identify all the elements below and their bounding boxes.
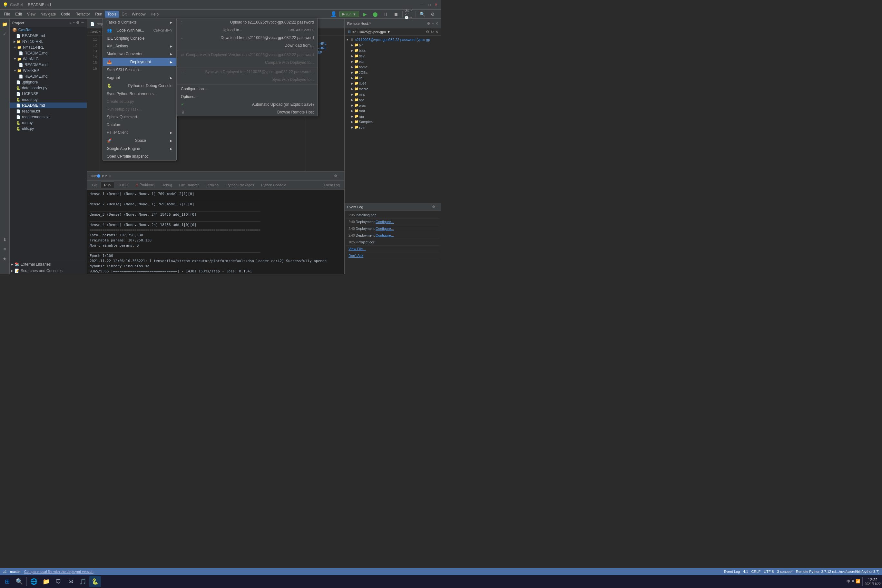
remote-folder-boot[interactable]: ▶ 📁 boot	[345, 48, 441, 53]
external-libraries[interactable]: ▶ 📚 External Libraries	[10, 261, 87, 268]
maximize-button[interactable]: □	[427, 2, 432, 8]
deploy-upload-to-server[interactable]: ↑ Upload to s2110025@vpcc-gpu032:22 pass…	[177, 18, 318, 26]
server-refresh[interactable]: ↻	[430, 30, 434, 34]
search-btn[interactable]: 🔍	[418, 10, 427, 19]
menu-datalore[interactable]: Datalore	[103, 121, 176, 129]
tree-nyt11-readme[interactable]: 📄 README.md	[10, 50, 87, 56]
remote-folder-dev[interactable]: ▶ 📁 dev	[345, 53, 441, 58]
tab-todo[interactable]: TODO	[115, 182, 132, 188]
menu-file[interactable]: File	[1, 10, 13, 18]
tab-run[interactable]: Run	[100, 182, 114, 188]
deploy-configuration[interactable]: Configuration...	[177, 85, 318, 93]
menu-git[interactable]: Git	[119, 10, 129, 18]
menu-navigate[interactable]: Navigate	[38, 10, 58, 18]
remote-folder-jobs[interactable]: ▶ 📁 JOBs	[345, 70, 441, 75]
remote-folder-opt[interactable]: ▶ 📁 opt	[345, 97, 441, 102]
menu-code[interactable]: Code	[58, 10, 73, 18]
tree-readme-selected[interactable]: 📄 README.md	[10, 102, 87, 108]
remote-folder-bin[interactable]: ▶ 📁 bin	[345, 42, 441, 48]
menu-sphinx[interactable]: Sphinx Quickstart	[103, 113, 176, 121]
menu-cprofile[interactable]: Open CProfile snapshot	[103, 153, 176, 160]
remote-folder-media[interactable]: ▶ 📁 media	[345, 86, 441, 92]
toolbar-btn-2[interactable]: ⬤	[371, 10, 380, 19]
avatar-btn[interactable]: 👤	[329, 10, 338, 19]
menu-vagrant[interactable]: Vagrant ▶	[103, 74, 176, 81]
deploy-options[interactable]: Options...	[177, 93, 318, 100]
event-link-6[interactable]: View File...	[348, 247, 366, 251]
remote-host-close[interactable]: ✕	[435, 21, 438, 26]
server-name[interactable]: s2110025@vpcc-gpu ▼	[352, 30, 390, 34]
remote-host-minimize[interactable]: −	[432, 21, 434, 26]
deploy-download-from[interactable]: Download from...	[177, 42, 318, 50]
toolbar-btn-4[interactable]: ⏹	[392, 10, 400, 19]
event-link-3[interactable]: Configure...	[375, 226, 394, 231]
menu-ssh[interactable]: Start SSH Session...	[103, 66, 176, 74]
remote-folder-etc[interactable]: ▶ 📁 etc	[345, 58, 441, 64]
deploy-auto-upload[interactable]: ✓ Automatic Upload (on Explicit Save)	[177, 100, 318, 108]
minimize-button[interactable]: ─	[420, 2, 426, 8]
tree-readme-root[interactable]: 📄 README.md	[10, 33, 87, 39]
tree-project-root[interactable]: 📦 CasRel	[10, 27, 87, 33]
menu-tools[interactable]: Tools	[105, 10, 119, 18]
remote-host-settings[interactable]: ⚙	[427, 21, 430, 26]
menu-deployment[interactable]: 📤 Deployment ▶	[103, 58, 176, 66]
run-tab-name[interactable]: run	[102, 174, 107, 178]
menu-help[interactable]: Help	[148, 10, 161, 18]
remote-folder-lib64[interactable]: ▶ 📁 lib64	[345, 81, 441, 86]
event-log-tab[interactable]: Event Log	[321, 183, 342, 187]
menu-ide-scripting[interactable]: IDE Scripting Console	[103, 34, 176, 42]
sidebar-settings[interactable]: ⚙	[76, 21, 79, 25]
remote-host-tab-close[interactable]: ✕	[369, 22, 371, 25]
tab-python-console[interactable]: Python Console	[258, 182, 290, 188]
tab-git[interactable]: Git	[89, 182, 100, 188]
menu-tasks-contexts[interactable]: Tasks & Contexts ▶	[103, 18, 176, 26]
git-status[interactable]: Git: ✓ ✓ ↑ 🕐 ↩	[405, 10, 414, 19]
menu-refactor[interactable]: Refactor	[73, 10, 93, 18]
menu-view[interactable]: View	[24, 10, 38, 18]
event-log-minimize[interactable]: −	[436, 205, 438, 209]
tree-wiki-readme[interactable]: 📄 README.md	[10, 74, 87, 79]
panel-minimize[interactable]: −	[339, 174, 340, 178]
tree-gitignore[interactable]: 📄 .gitignore	[10, 79, 87, 85]
server-panel-close[interactable]: ✕	[435, 30, 438, 34]
dont-ask-link[interactable]: Don't Ask	[348, 254, 363, 258]
tree-wikibkp[interactable]: ▼ 📁 Wiki-KBP	[10, 68, 87, 74]
tree-license[interactable]: 📄 LICENSE	[10, 91, 87, 97]
activity-favorites[interactable]: ★	[1, 255, 9, 263]
settings-btn[interactable]: ⚙	[428, 10, 437, 19]
sidebar-expand-all[interactable]: ≡	[69, 21, 71, 25]
deploy-browse-remote[interactable]: 🖥 Browse Remote Host	[177, 108, 318, 116]
remote-root[interactable]: ▼ 🖥 s2110025@vpcc-gpu032:22 password (vp…	[345, 37, 441, 42]
tree-run[interactable]: 🐍 run.py	[10, 120, 87, 126]
tab-python-packages[interactable]: Python Packages	[224, 182, 258, 188]
remote-folder-proc[interactable]: ▶ 📁 proc	[345, 102, 441, 108]
remote-folder-lib[interactable]: ▶ 📁 lib	[345, 75, 441, 81]
panel-settings[interactable]: ⚙	[334, 174, 337, 178]
tree-webnlg-readme[interactable]: 📄 README.md	[10, 62, 87, 68]
event-log-settings[interactable]: ⚙	[432, 205, 435, 209]
menu-markdown[interactable]: Markdown Converter ▶	[103, 50, 176, 58]
run-button[interactable]: ▶ run ▼	[339, 11, 359, 17]
remote-folder-home[interactable]: ▶ 📁 home	[345, 64, 441, 70]
menu-window[interactable]: Window	[129, 10, 148, 18]
server-config-btn[interactable]: ⚙	[426, 30, 429, 34]
deploy-download-from-server[interactable]: ↓ Download from s2110025@vpcc-gpu032:22 …	[177, 34, 318, 42]
toolbar-btn-1[interactable]: ▶	[360, 10, 369, 19]
menu-python-debug[interactable]: 🐍 Python or Debug Console	[103, 81, 176, 90]
menu-http-client[interactable]: HTTP Client ▶	[103, 129, 176, 136]
menu-code-with-me[interactable]: 👥 Code With Me... Ctrl+Shift+Y	[103, 26, 176, 34]
run-output[interactable]: dense_1 (Dense) (None, None, 1) 769 mode…	[87, 189, 344, 274]
menu-run[interactable]: Run	[93, 10, 105, 18]
tree-data-loader[interactable]: 🐍 data_loader.py	[10, 85, 87, 91]
activity-pull[interactable]: ⬇	[1, 236, 9, 244]
activity-commit[interactable]: ✓	[1, 30, 9, 38]
toolbar-btn-3[interactable]: ⏸	[381, 10, 390, 19]
run-tab-close[interactable]: ✕	[109, 174, 111, 178]
remote-folder-run[interactable]: ▶ 📁 run	[345, 114, 441, 119]
scratches-consoles[interactable]: ▶ 📝 Scratches and Consoles	[10, 268, 87, 274]
menu-edit[interactable]: Edit	[13, 10, 24, 18]
tab-file-transfer[interactable]: File Transfer	[176, 182, 202, 188]
tree-model[interactable]: 🐍 model.py	[10, 97, 87, 102]
remote-folder-mnt[interactable]: ▶ 📁 mnt	[345, 92, 441, 97]
tree-utils[interactable]: 🐍 utils.py	[10, 126, 87, 132]
